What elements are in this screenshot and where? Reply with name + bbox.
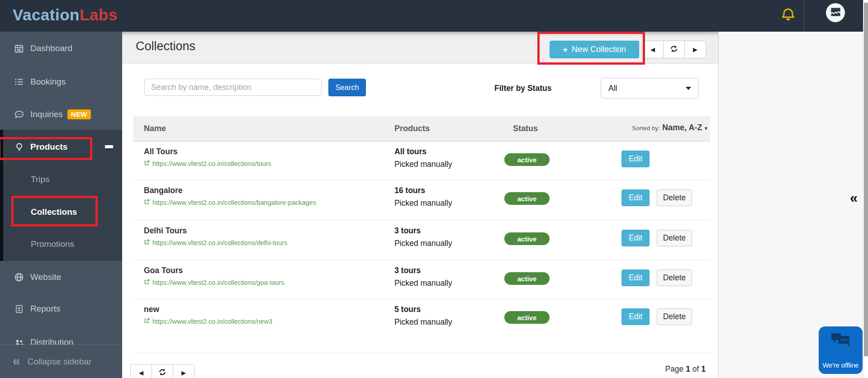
page-info-prefix: Page bbox=[665, 364, 683, 373]
sort-selector[interactable]: Sorted by: Name, A-Z ▾ bbox=[632, 123, 707, 132]
collection-url: https://www.vltest2.co.in/collections/de… bbox=[152, 239, 287, 246]
list-icon bbox=[14, 77, 24, 87]
table-row: new https://www.vltest2.co.in/collection… bbox=[133, 299, 710, 353]
sidebar-item-label: Products bbox=[30, 142, 67, 152]
page-info-of: of bbox=[693, 364, 699, 373]
sidebar-item-reports[interactable]: Reports bbox=[0, 299, 122, 319]
refresh-icon bbox=[158, 368, 166, 378]
refresh-button[interactable] bbox=[152, 364, 173, 378]
collections-table: Name Products Status Sorted by: Name, A-… bbox=[133, 116, 710, 353]
prev-arrow-icon: ◀ bbox=[139, 369, 143, 376]
products-mode: Picked manually bbox=[394, 317, 452, 327]
sidebar-item-products[interactable]: Products bbox=[0, 137, 122, 157]
new-badge: NEW bbox=[67, 109, 91, 119]
edit-button[interactable]: Edit bbox=[621, 151, 650, 167]
next-arrow-icon: ▶ bbox=[693, 46, 697, 53]
edit-button[interactable]: Edit bbox=[621, 230, 650, 246]
page-info-total: 1 bbox=[701, 364, 706, 373]
filter-by-status-label: Filter by Status bbox=[494, 84, 551, 93]
next-page-button[interactable]: ▶ bbox=[684, 41, 706, 58]
delete-button[interactable]: Delete bbox=[657, 189, 692, 206]
user-avatar[interactable] bbox=[826, 3, 845, 22]
sorted-by-value: Name, A-Z bbox=[662, 123, 702, 132]
delete-button[interactable]: Delete bbox=[657, 269, 692, 286]
sidebar-item-dashboard[interactable]: Dashboard bbox=[0, 38, 122, 58]
collection-link[interactable]: https://www.vltest2.co.in/collections/de… bbox=[144, 239, 287, 246]
report-document-icon bbox=[14, 304, 24, 314]
collapse-chevrons-icon: « bbox=[13, 353, 20, 369]
collection-link[interactable]: https://www.vltest2.co.in/collections/go… bbox=[144, 279, 285, 286]
collection-url: https://www.vltest2.co.in/collections/ba… bbox=[152, 199, 316, 206]
brand-part1: Vacation bbox=[13, 6, 80, 24]
sorted-by-label: Sorted by: bbox=[632, 125, 660, 132]
sidebar-subitem-label: Promotions bbox=[31, 239, 74, 249]
collection-link[interactable]: https://www.vltest2.co.in/collections/to… bbox=[144, 160, 271, 167]
lightbulb-icon bbox=[14, 142, 24, 152]
notifications-button[interactable] bbox=[779, 6, 797, 24]
globe-icon bbox=[14, 272, 24, 282]
new-collection-label: New Collection bbox=[572, 45, 626, 54]
plus-icon: + bbox=[563, 45, 568, 55]
sidebar: Dashboard Bookings Inquiries NEW Product… bbox=[0, 32, 122, 378]
collapse-sidebar-button[interactable]: « Collapse sidebar bbox=[0, 345, 122, 378]
sidebar-subitem-label: Collections bbox=[31, 207, 77, 217]
sidebar-item-label: Reports bbox=[30, 304, 61, 314]
delete-button[interactable]: Delete bbox=[657, 308, 692, 325]
external-link-icon bbox=[144, 160, 150, 167]
minus-icon[interactable] bbox=[105, 145, 113, 148]
chat-widget[interactable]: We're offline bbox=[819, 326, 863, 374]
sidebar-item-collections[interactable]: Collections bbox=[0, 202, 122, 222]
refresh-button[interactable] bbox=[663, 41, 685, 58]
scrollbar-thumb[interactable] bbox=[864, 3, 868, 356]
panel-collapse-icon[interactable]: « bbox=[850, 190, 858, 206]
table-row: Delhi Tours https://www.vltest2.co.in/co… bbox=[133, 221, 710, 260]
external-link-icon bbox=[144, 199, 150, 206]
search-input[interactable] bbox=[144, 79, 322, 96]
refresh-icon bbox=[670, 45, 678, 54]
products-mode: Picked manually bbox=[394, 198, 452, 208]
sidebar-item-promotions[interactable]: Promotions bbox=[0, 234, 122, 254]
prev-page-button[interactable]: ◀ bbox=[642, 41, 664, 58]
collection-name: new bbox=[144, 305, 159, 314]
chat-status-label: We're offline bbox=[823, 362, 859, 369]
scrollbar-track[interactable] bbox=[863, 0, 868, 378]
collection-url: https://www.vltest2.co.in/collections/to… bbox=[152, 160, 271, 167]
products-count: 3 tours bbox=[394, 266, 421, 275]
products-count: All tours bbox=[394, 147, 427, 156]
prev-page-button[interactable]: ◀ bbox=[130, 364, 152, 378]
brand-logo[interactable]: VacationLabs bbox=[13, 6, 118, 24]
collection-name: Bangalore bbox=[144, 186, 183, 195]
delete-button[interactable]: Delete bbox=[657, 230, 692, 246]
table-row: Bangalore https://www.vltest2.co.in/coll… bbox=[133, 180, 710, 221]
sidebar-item-website[interactable]: Website bbox=[0, 267, 122, 287]
edit-button[interactable]: Edit bbox=[621, 308, 650, 325]
external-link-icon bbox=[144, 279, 150, 286]
vacationlabs-app: VacationLabs bbox=[0, 0, 868, 378]
collapse-sidebar-label: Collapse sidebar bbox=[28, 357, 92, 367]
collection-link[interactable]: https://www.vltest2.co.in/collections/ba… bbox=[144, 199, 316, 206]
column-header-products: Products bbox=[394, 124, 430, 133]
sidebar-item-inquiries[interactable]: Inquiries NEW bbox=[0, 104, 122, 124]
edit-button[interactable]: Edit bbox=[621, 189, 650, 206]
table-header: Name Products Status Sorted by: Name, A-… bbox=[133, 116, 710, 142]
search-button[interactable]: Search bbox=[328, 79, 366, 96]
edit-button[interactable]: Edit bbox=[621, 269, 650, 286]
page-info-current: 1 bbox=[686, 364, 690, 373]
column-header-name: Name bbox=[144, 124, 166, 133]
status-badge: active bbox=[504, 153, 550, 166]
collection-link[interactable]: https://www.vltest2.co.in/collections/ne… bbox=[144, 318, 272, 325]
brand-part2: Labs bbox=[80, 6, 118, 24]
sidebar-item-label: Bookings bbox=[30, 77, 66, 87]
next-arrow-icon: ▶ bbox=[181, 369, 186, 376]
page-info: Page 1 of 1 bbox=[615, 364, 706, 374]
external-link-icon bbox=[144, 318, 150, 325]
status-filter-dropdown[interactable]: All bbox=[601, 78, 699, 99]
chat-bubble-icon bbox=[14, 109, 24, 120]
sidebar-item-trips[interactable]: Trips bbox=[0, 170, 122, 189]
sidebar-item-bookings[interactable]: Bookings bbox=[0, 72, 122, 92]
next-page-button[interactable]: ▶ bbox=[173, 364, 194, 378]
new-collection-button[interactable]: + New Collection bbox=[550, 41, 639, 58]
products-count: 5 tours bbox=[394, 305, 421, 314]
table-row: All Tours https://www.vltest2.co.in/coll… bbox=[133, 142, 710, 180]
prev-arrow-icon: ◀ bbox=[650, 46, 655, 53]
